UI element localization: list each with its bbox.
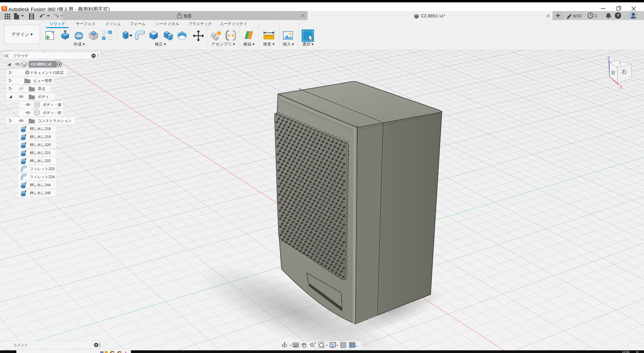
svg-text:フィレット223: フィレット223 <box>30 167 55 171</box>
svg-text:押し出し221: 押し出し221 <box>30 151 51 155</box>
svg-text:押し出し219: 押し出し219 <box>30 135 51 139</box>
svg-text:ビュー管理: ビュー管理 <box>33 79 52 83</box>
svg-text:コメント: コメント <box>13 343 28 347</box>
svg-text:ボディ: ボディ <box>38 95 49 99</box>
svg-text:前: 前 <box>611 70 616 76</box>
svg-text:ブラウザ: ブラウザ <box>13 54 28 58</box>
svg-text:ボディ・前: ボディ・前 <box>43 111 61 115</box>
svg-text:X: X <box>620 85 623 90</box>
svg-text:押し出し218: 押し出し218 <box>30 127 51 131</box>
svg-text:作成 ▾: 作成 ▾ <box>73 42 85 46</box>
svg-text:構築 ▾: 構築 ▾ <box>243 42 254 46</box>
svg-text:無題: 無題 <box>183 14 192 18</box>
svg-text:アセンブリ ▾: アセンブリ ▾ <box>211 42 235 46</box>
svg-text:8/10: 8/10 <box>573 14 581 18</box>
svg-text:右: 右 <box>621 69 627 75</box>
svg-text:検査 ▾: 検査 ▾ <box>263 42 274 46</box>
svg-text:選択 ▾: 選択 ▾ <box>302 42 313 46</box>
svg-text:CZ-8BS1 v1*: CZ-8BS1 v1* <box>421 14 445 18</box>
svg-text:コンストラクション: コンストラクション <box>38 119 71 123</box>
svg-text:?: ? <box>617 13 619 18</box>
svg-text:F: F <box>3 7 5 10</box>
svg-text:修正 ▾: 修正 ▾ <box>155 42 166 46</box>
svg-text:13:04: 13:04 <box>622 350 630 353</box>
svg-text:挿入 ▾: 挿入 ▾ <box>283 42 294 46</box>
svg-text:Z: Z <box>607 55 610 61</box>
svg-text:CZ-8BS1 v1: CZ-8BS1 v1 <box>31 62 51 66</box>
svg-text:ボディ・後: ボディ・後 <box>43 103 61 107</box>
svg-text:ドキュメントの設定: ドキュメントの設定 <box>30 71 64 75</box>
svg-text:上: 上 <box>618 61 622 65</box>
svg-text:押し出し220: 押し出し220 <box>30 143 51 147</box>
svg-text:原点: 原点 <box>38 87 45 91</box>
svg-text:押し出し245: 押し出し245 <box>30 191 51 195</box>
svg-text:フィレット224: フィレット224 <box>30 175 55 179</box>
svg-text:1: 1 <box>595 13 597 18</box>
svg-text:押し出し222: 押し出し222 <box>30 159 51 163</box>
svg-text:押し出し244: 押し出し244 <box>30 183 51 187</box>
